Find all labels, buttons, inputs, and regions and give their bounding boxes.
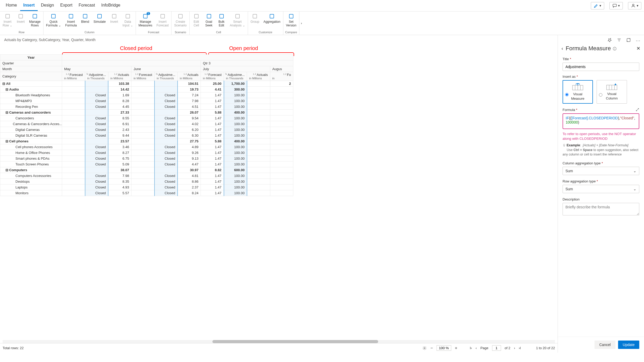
page-prev[interactable]: ‹: [476, 346, 477, 350]
col-agg-select[interactable]: Sum⌄: [563, 167, 639, 175]
update-button[interactable]: Update: [618, 341, 639, 349]
svg-rect-17: [235, 14, 239, 18]
table-row[interactable]: Digital SLR CamerasClosed9.44Closed6.301…: [0, 133, 293, 138]
back-icon[interactable]: ‹: [562, 46, 563, 51]
ribbon-quick[interactable]: QuickFormula ⌄: [45, 13, 62, 28]
expand-formula-icon[interactable]: [636, 108, 639, 112]
table-row[interactable]: ⊟Cameras and camcorders27.3326.075.88400…: [0, 110, 293, 115]
svg-rect-7: [83, 14, 87, 18]
row-agg-select[interactable]: Sum⌄: [563, 185, 639, 193]
pen-tool-button[interactable]: ▾: [591, 2, 604, 9]
formula-hint: Example: [Actuals] + [Date Now-Formula] …: [563, 143, 639, 157]
table-row[interactable]: ⊟All103.38104.5125.001,700.002: [0, 81, 293, 87]
ribbon-insert[interactable]: InsertFormula: [64, 13, 78, 28]
ribbon-bulk[interactable]: BulkEdit: [216, 13, 227, 28]
page-next[interactable]: ›: [514, 346, 515, 350]
table-row[interactable]: ⊟Audio14.4219.734.41300.00: [0, 87, 293, 92]
ribbon-scroll-right[interactable]: ›: [299, 12, 304, 35]
table-row[interactable]: LaptopsClosed4.93Closed2.371.47100.00: [0, 185, 293, 190]
filter-icon[interactable]: [617, 38, 621, 42]
table-row[interactable]: Smart phones & PDAsClosed6.75Closed9.131…: [0, 156, 293, 161]
ribbon-invert: Invert: [109, 13, 119, 24]
comment-button[interactable]: ▾: [609, 2, 623, 9]
table-row[interactable]: Touch Screen PhonesClosed5.09Closed4.471…: [0, 161, 293, 167]
ribbon-group: Group: [250, 13, 260, 24]
formula-label: Formula: [563, 108, 575, 112]
svg-rect-14: [194, 14, 198, 18]
svg-rect-11: [144, 14, 147, 18]
svg-point-1: [632, 4, 634, 6]
ribbon-data: DataInput ⌄: [122, 13, 134, 28]
main-tabs: HomeInsertDesignExportForecastInfoBridge…: [0, 0, 644, 12]
ribbon-set[interactable]: SetVersion: [285, 13, 298, 28]
expand-icon[interactable]: [626, 38, 631, 42]
table-row[interactable]: MP4&MP3Closed8.28Closed7.981.47100.00: [0, 98, 293, 104]
svg-rect-2: [5, 14, 9, 18]
tab-forecast[interactable]: Forecast: [75, 0, 98, 11]
table-row[interactable]: CamcordersClosed8.55Closed9.541.47100.00: [0, 115, 293, 121]
svg-rect-19: [270, 14, 274, 18]
zoom-in[interactable]: +: [455, 346, 457, 350]
tab-export[interactable]: Export: [57, 0, 75, 11]
more-icon[interactable]: ⋯: [636, 38, 640, 43]
svg-rect-20: [289, 14, 293, 18]
total-rows: Total rows: 22: [3, 346, 24, 350]
table-row[interactable]: Recording PenClosed4.45Closed4.511.47100…: [0, 104, 293, 110]
svg-rect-10: [126, 14, 130, 18]
ribbon-edit: EditCell: [191, 13, 202, 28]
close-icon[interactable]: ✕: [636, 46, 640, 51]
ribbon-goal[interactable]: GoalSeek: [204, 13, 214, 28]
formula-panel: ⋯ ‹ Formula Measure ✕ Title * Insert as …: [558, 35, 644, 353]
zoom-input[interactable]: [437, 345, 451, 351]
page-input[interactable]: [492, 345, 501, 351]
table-row[interactable]: Digital CamerasClosed2.43Closed6.201.471…: [0, 127, 293, 133]
table-row[interactable]: Home & Office PhonesClosed8.27Closed9.26…: [0, 150, 293, 156]
tab-insert[interactable]: Insert: [20, 0, 38, 11]
page-last[interactable]: ›I: [519, 346, 521, 350]
table-row[interactable]: MonitorsClosed5.57Closed8.241.47100.00: [0, 190, 293, 196]
user-button[interactable]: ▾: [628, 2, 641, 9]
ribbon-manage[interactable]: ManageRows: [28, 13, 41, 28]
pin-icon[interactable]: [607, 38, 612, 42]
table-row[interactable]: Cell phones AccessoriesClosed3.46Closed4…: [0, 144, 293, 150]
svg-rect-12: [161, 14, 164, 18]
svg-rect-4: [33, 14, 37, 18]
ribbon-blend[interactable]: Blend: [80, 13, 90, 24]
cancel-button[interactable]: Cancel: [595, 341, 615, 349]
description-input[interactable]: [563, 203, 639, 215]
annotation-closed: Closed period: [120, 45, 152, 51]
svg-rect-16: [219, 14, 223, 18]
row-agg-label: Row aggregation type: [563, 179, 596, 183]
svg-rect-9: [112, 14, 116, 18]
page-of: of 2: [505, 346, 510, 350]
formula-input[interactable]: IF(([Forecast].CLOSEDPERIOD),"Closed",10…: [563, 113, 639, 129]
horizontal-scrollbar[interactable]: [3, 340, 555, 343]
table-row[interactable]: ⊟Computers38.0730.978.82600.00: [0, 167, 293, 173]
tab-home[interactable]: Home: [3, 0, 20, 11]
svg-rect-15: [207, 14, 211, 18]
svg-rect-3: [19, 14, 23, 18]
ribbon-aggregation[interactable]: Aggregation: [262, 13, 282, 24]
tab-design[interactable]: Design: [38, 0, 57, 11]
visual-measure-option[interactable]: Visual Measure: [563, 80, 593, 104]
zoom-out[interactable]: −: [430, 346, 433, 350]
ribbon-insert: InsertForecast: [155, 13, 170, 28]
page-first[interactable]: I‹: [470, 346, 472, 350]
ribbon-simulate[interactable]: Simulate: [92, 13, 107, 24]
table-row[interactable]: Computers AccessoriesClosed7.98Closed4.8…: [0, 173, 293, 179]
annotation-open: Open period: [229, 45, 258, 51]
breadcrumb: Actuals by Category, SubCategory, Year, …: [0, 35, 558, 44]
svg-rect-8: [98, 14, 102, 18]
tab-infobridge[interactable]: InfoBridge: [98, 0, 124, 11]
visual-column-option[interactable]: Visual Column: [597, 80, 627, 104]
ribbon: InsertRow ⌄InvertManageRowsRowQuickFormu…: [0, 12, 644, 35]
col-agg-label: Column aggregation type: [563, 161, 601, 165]
table-row[interactable]: DesktopsClosed8.35Closed8.861.47100.00: [0, 179, 293, 185]
ribbon-manage[interactable]: 5ManageMeasures: [137, 13, 153, 28]
gear-icon[interactable]: [422, 346, 427, 350]
title-input[interactable]: [563, 63, 639, 71]
data-grid[interactable]: YearQuarterQtr 3MonthMayJuneJulyAugusCat…: [0, 54, 558, 340]
table-row[interactable]: Bluetooth HeadphonesClosed1.69Closed7.24…: [0, 92, 293, 98]
table-row[interactable]: Cameras & Camcorders Acces...Closed6.91C…: [0, 121, 293, 127]
table-row[interactable]: ⊟Cell phones23.5727.755.88400.00: [0, 138, 293, 144]
